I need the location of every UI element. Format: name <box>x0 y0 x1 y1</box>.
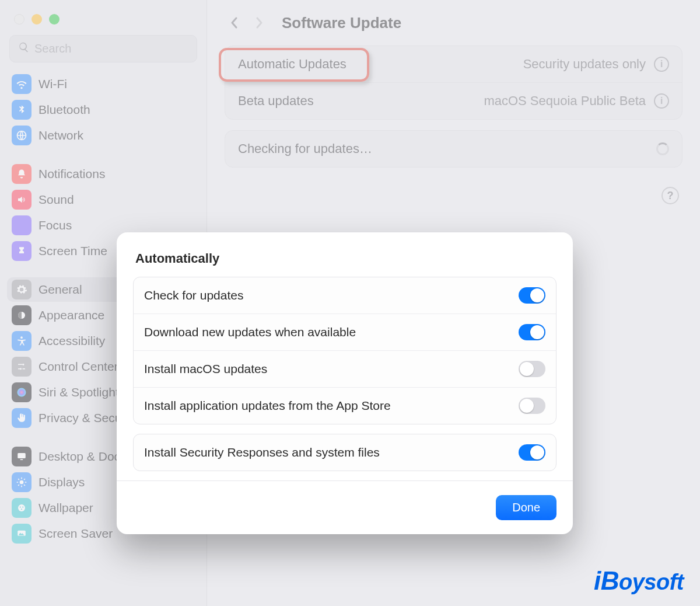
row-label: Beta updates <box>238 93 314 109</box>
svg-point-8 <box>22 506 23 507</box>
sidebar-item-label: Notifications <box>38 167 105 181</box>
sheet-row: Install macOS updates <box>134 350 556 387</box>
automatic-updates-sheet: Automatically Check for updatesDownload … <box>117 232 573 534</box>
nav-forward-button[interactable] <box>249 13 269 33</box>
row-automatic-updates[interactable]: Automatic Updates Security updates only … <box>225 46 682 82</box>
sidebar-item-label: Control Center <box>38 360 118 374</box>
sidebar-item-sound[interactable]: Sound <box>7 187 200 212</box>
svg-point-5 <box>20 480 24 485</box>
displays-icon <box>12 472 32 492</box>
toggle-label: Install application updates from the App… <box>144 399 391 413</box>
screensaver-icon <box>12 524 32 544</box>
appearance-icon <box>12 305 32 325</box>
wallpaper-icon <box>12 498 32 518</box>
done-button[interactable]: Done <box>496 495 556 520</box>
sidebar-item-label: Appearance <box>38 308 104 322</box>
search-icon <box>18 41 30 56</box>
sidebar-item-label: Wi-Fi <box>38 77 67 91</box>
sheet-footer: Done <box>117 480 573 534</box>
spinner-icon <box>656 142 669 155</box>
svg-point-9 <box>21 509 22 510</box>
svg-point-7 <box>20 506 21 507</box>
info-icon[interactable]: i <box>654 57 669 72</box>
sliders-icon <box>12 357 32 377</box>
sidebar-item-label: Bluetooth <box>38 103 90 117</box>
sheet-group-1: Check for updatesDownload new updates wh… <box>133 277 556 424</box>
sheet-group-2: Install Security Responses and system fi… <box>133 434 556 471</box>
svg-point-3 <box>18 388 26 397</box>
sidebar-item-label: Network <box>38 128 83 142</box>
sidebar-item-label: Wallpaper <box>38 501 93 515</box>
row-beta-updates[interactable]: Beta updates macOS Sequoia Public Beta i <box>225 82 682 119</box>
status-label: Checking for updates… <box>238 141 372 156</box>
sidebar-item-network[interactable]: Network <box>7 123 200 148</box>
sidebar-item-bluetooth[interactable]: Bluetooth <box>7 97 200 122</box>
sheet-row: Check for updates <box>134 277 556 314</box>
toggle-label: Check for updates <box>144 288 243 302</box>
search-input[interactable] <box>34 42 188 55</box>
search-field[interactable] <box>9 35 197 62</box>
sheet-row: Install application updates from the App… <box>134 387 556 424</box>
focus-icon <box>12 215 32 235</box>
bell-icon <box>12 164 32 184</box>
row-value: macOS Sequoia Public Beta <box>484 93 646 109</box>
sidebar-item-label: Focus <box>38 218 72 232</box>
svg-rect-4 <box>18 453 26 458</box>
chevron-left-icon <box>230 16 239 30</box>
titlebar: Software Update <box>225 0 682 41</box>
sheet-heading: Automatically <box>135 251 556 266</box>
sidebar-item-label: Desktop & Dock <box>38 450 127 464</box>
window-close-button[interactable] <box>14 14 24 25</box>
hourglass-icon <box>12 241 32 261</box>
status-card: Checking for updates… <box>225 130 682 168</box>
sheet-row: Download new updates when available <box>134 314 556 350</box>
sidebar-item-label: Screen Time <box>38 244 107 258</box>
sidebar-item-label: Accessibility <box>38 334 105 348</box>
row-checking: Checking for updates… <box>225 131 682 167</box>
svg-point-6 <box>18 504 25 511</box>
chevron-right-icon <box>254 16 264 30</box>
help-button[interactable]: ? <box>662 187 679 204</box>
row-value: Security updates only <box>523 57 646 72</box>
window-maximize-button[interactable] <box>49 14 60 25</box>
nav-back-button[interactable] <box>225 13 244 33</box>
accessibility-icon <box>12 331 32 351</box>
toggle-switch[interactable] <box>519 324 545 340</box>
sound-icon <box>12 190 32 210</box>
sidebar-item-label: General <box>38 283 82 297</box>
toggle-label: Install Security Responses and system fi… <box>144 445 380 459</box>
window-controls <box>7 0 200 35</box>
sidebar-item-label: Sound <box>38 193 74 207</box>
toggle-switch[interactable] <box>519 398 545 414</box>
sidebar-item-wifi[interactable]: Wi-Fi <box>7 72 200 96</box>
watermark: iBoysoft <box>594 566 684 595</box>
wifi-icon <box>12 74 32 94</box>
bluetooth-icon <box>12 100 32 120</box>
toggle-label: Download new updates when available <box>144 325 356 339</box>
sidebar-item-label: Siri & Spotlight <box>38 385 119 399</box>
svg-point-2 <box>20 336 23 339</box>
toggle-switch[interactable] <box>519 361 545 377</box>
page-title: Software Update <box>282 14 401 32</box>
window-minimize-button[interactable] <box>32 14 42 25</box>
siri-icon <box>12 382 32 402</box>
network-icon <box>12 126 32 145</box>
row-label: Automatic Updates <box>238 57 346 72</box>
sidebar-item-bell[interactable]: Notifications <box>7 162 200 186</box>
sheet-row: Install Security Responses and system fi… <box>134 434 556 471</box>
settings-card: Automatic Updates Security updates only … <box>225 46 682 120</box>
gear-icon <box>12 280 32 299</box>
desktop-icon <box>12 447 32 466</box>
sidebar-item-label: Displays <box>38 475 85 489</box>
toggle-label: Install macOS updates <box>144 362 267 376</box>
hand-icon <box>12 408 32 428</box>
toggle-switch[interactable] <box>519 444 545 461</box>
sidebar-item-label: Screen Saver <box>38 527 113 541</box>
toggle-switch[interactable] <box>519 287 545 304</box>
info-icon[interactable]: i <box>654 93 669 109</box>
